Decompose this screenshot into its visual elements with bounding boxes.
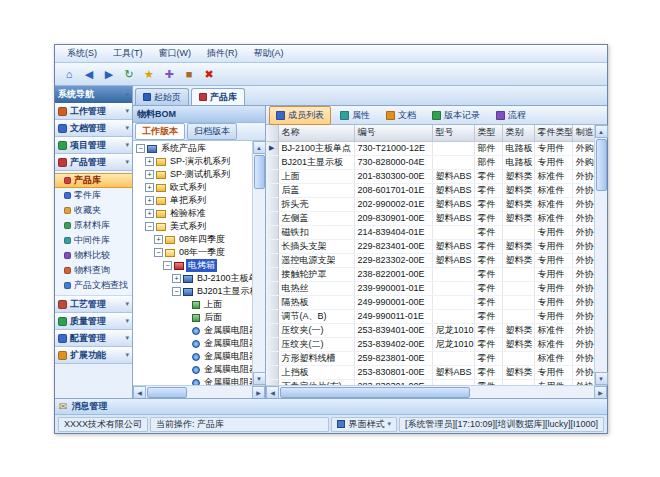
sidebar-group-header[interactable]: 配置管理▾ xyxy=(55,330,132,347)
exit-icon[interactable]: ✖ xyxy=(200,65,218,83)
menu-item[interactable]: 系统(S) xyxy=(59,45,105,62)
expander-icon[interactable]: − xyxy=(145,222,154,231)
scroll-right-icon[interactable]: ▶ xyxy=(252,386,265,399)
version-tab[interactable]: 工作版本 xyxy=(135,123,185,140)
chevron-down-icon[interactable]: ▾ xyxy=(125,91,129,99)
member-tab[interactable]: 流程 xyxy=(489,106,533,125)
table-row[interactable]: 调节(A、B)249-990011-01E零件专用件外协条 xyxy=(266,309,594,323)
menu-item[interactable]: 插件(R) xyxy=(199,45,246,62)
expander-icon[interactable]: + xyxy=(145,183,154,192)
tree-node[interactable]: 金属膜电阻器 xyxy=(133,363,252,376)
tree-node[interactable]: −BJ201主显示板 xyxy=(133,285,252,298)
tree-node[interactable]: 金属膜电阻器 xyxy=(133,337,252,350)
scroll-up-icon[interactable]: ▲ xyxy=(595,125,608,138)
sidebar-group-header[interactable]: 产品管理▾ xyxy=(55,154,132,171)
scrollbar-thumb[interactable] xyxy=(596,139,607,191)
scroll-right-icon[interactable]: ▶ xyxy=(594,386,607,399)
table-row[interactable]: 拆头壳202-990002-01E塑料ABS零件塑料类标准件外协条 xyxy=(266,197,594,211)
sidebar-item[interactable]: 收藏夹 xyxy=(55,203,132,218)
forward-icon[interactable]: ▶ xyxy=(100,65,118,83)
scrollbar-thumb[interactable] xyxy=(280,387,470,398)
table-row[interactable]: 压纹夹(二)253-839402-00E尼龙1010零件塑料类标准件外协条 xyxy=(266,337,594,351)
expander-icon[interactable]: + xyxy=(172,274,181,283)
menu-item[interactable]: 帮助(A) xyxy=(246,45,292,62)
sidebar-item[interactable]: 中间件库 xyxy=(55,233,132,248)
sidebar-item[interactable]: 原材料库 xyxy=(55,218,132,233)
sidebar-group-header[interactable]: 文档管理▾ xyxy=(55,120,132,137)
calculator-icon[interactable]: ■ xyxy=(180,65,198,83)
table-row[interactable]: 后盖208-601701-01E塑料ABS零件塑料类标准件外协条 xyxy=(266,183,594,197)
back-icon[interactable]: ◀ xyxy=(80,65,98,83)
tree-node[interactable]: −08年一季度 xyxy=(133,246,252,259)
column-header[interactable]: 类别 xyxy=(502,125,534,141)
expander-icon[interactable]: − xyxy=(136,144,145,153)
sidebar-group-header[interactable]: 工作管理▾ xyxy=(55,103,132,120)
table-row[interactable]: 隔热板249-990001-00E零件专用件外协条 xyxy=(266,295,594,309)
tree-node[interactable]: −电烤箱 xyxy=(133,259,252,272)
member-tab[interactable]: 版本记录 xyxy=(425,106,487,125)
sidebar-group-header[interactable]: 工艺管理▾ xyxy=(55,296,132,313)
scroll-down-icon[interactable]: ▼ xyxy=(253,372,266,385)
scrollbar-thumb[interactable] xyxy=(254,155,265,189)
table-horizontal-scrollbar[interactable]: ◀ ▶ xyxy=(266,385,607,398)
sidebar-item[interactable]: 产品库 xyxy=(55,173,132,188)
tree-vertical-scrollbar[interactable]: ▲ ▼ xyxy=(252,141,265,385)
member-tab[interactable]: 文档 xyxy=(379,106,423,125)
table-vertical-scrollbar[interactable]: ▲ ▼ xyxy=(594,125,607,385)
table-row[interactable]: 遥控电源支架229-823302-00E塑料ABS零件塑料类专用件外协条 xyxy=(266,253,594,267)
tree-node[interactable]: +检验标准 xyxy=(133,207,252,220)
tree-node[interactable]: +欧式系列 xyxy=(133,181,252,194)
tree-node[interactable]: 金属膜电阻器 xyxy=(133,324,252,337)
scroll-up-icon[interactable]: ▲ xyxy=(253,141,266,154)
tree-node[interactable]: 金属膜电阻器 xyxy=(133,376,252,385)
column-header[interactable]: 名称 xyxy=(278,125,354,141)
scroll-down-icon[interactable]: ▼ xyxy=(595,372,608,385)
expander-icon[interactable]: + xyxy=(145,157,154,166)
message-bar[interactable]: ✉ 消息管理 xyxy=(55,398,607,414)
table-row[interactable]: 磁铁扣214-839404-01E零件专用件外协条 xyxy=(266,225,594,239)
expander-icon[interactable]: + xyxy=(145,196,154,205)
tree-node[interactable]: +BJ-2100主板单点 xyxy=(133,272,252,285)
column-header[interactable]: 型号 xyxy=(432,125,474,141)
tree-node[interactable]: +08年四季度 xyxy=(133,233,252,246)
sidebar-item[interactable]: 产品文档查找 xyxy=(55,278,132,293)
expander-icon[interactable]: + xyxy=(145,170,154,179)
expander-icon[interactable]: − xyxy=(154,248,163,257)
sidebar-group-header[interactable]: 项目管理▾ xyxy=(55,137,132,154)
expander-icon[interactable]: + xyxy=(154,235,163,244)
expander-icon[interactable]: + xyxy=(145,209,154,218)
expander-icon[interactable]: − xyxy=(172,287,181,296)
sidebar-item[interactable]: 物料查询 xyxy=(55,263,132,278)
menu-item[interactable]: 工具(T) xyxy=(105,45,151,62)
column-header[interactable]: 零件类型 xyxy=(534,125,572,141)
scroll-left-icon[interactable]: ◀ xyxy=(133,386,146,399)
add-icon[interactable]: ✚ xyxy=(160,65,178,83)
favorites-icon[interactable]: ★ xyxy=(140,65,158,83)
document-tab[interactable]: 起始页 xyxy=(135,88,189,105)
scrollbar-thumb[interactable] xyxy=(147,387,187,398)
table-row[interactable]: 压纹夹(一)253-839401-00E尼龙1010零件塑料类标准件外协条 xyxy=(266,323,594,337)
home-icon[interactable]: ⌂ xyxy=(60,65,78,83)
sidebar-item[interactable]: 物料比较 xyxy=(55,248,132,263)
table-row[interactable]: ▶BJ-2100主板单点730-T21000-12E部件电路板专用件外购颗 xyxy=(266,141,594,155)
tree-node[interactable]: +单把系列 xyxy=(133,194,252,207)
sidebar-group-header[interactable]: 质量管理▾ xyxy=(55,313,132,330)
tree-node[interactable]: +SP-演示机系列 xyxy=(133,155,252,168)
style-selector[interactable]: 界面样式 ▾ xyxy=(331,417,397,432)
column-header[interactable]: 制造方式 xyxy=(572,125,594,141)
column-header[interactable]: 编号 xyxy=(354,125,432,141)
table-row[interactable]: 上挡板253-830801-00E塑料ABS零件塑料类专用件外协条 xyxy=(266,365,594,379)
tree-horizontal-scrollbar[interactable]: ◀ ▶ xyxy=(133,385,265,398)
tree-node[interactable]: 上面 xyxy=(133,298,252,311)
member-tab[interactable]: 属性 xyxy=(333,106,377,125)
table-row[interactable]: BJ201主显示板730-828000-04E部件电路板专用件外购颗 xyxy=(266,155,594,169)
version-tab[interactable]: 归档版本 xyxy=(187,123,237,140)
document-tab[interactable]: 产品库 xyxy=(191,88,245,105)
refresh-icon[interactable]: ↻ xyxy=(120,65,138,83)
expander-icon[interactable]: − xyxy=(163,261,172,270)
tree-node[interactable]: 金属膜电阻器 xyxy=(133,350,252,363)
tree-node[interactable]: +SP-测试机系列 xyxy=(133,168,252,181)
table-row[interactable]: 上面201-830300-00E塑料ABS零件塑料类标准件外协条 xyxy=(266,169,594,183)
table-row[interactable]: 长插头支架229-823401-00E塑料ABS零件塑料类专用件外协条 xyxy=(266,239,594,253)
tree-node[interactable]: −系统产品库 xyxy=(133,142,252,155)
